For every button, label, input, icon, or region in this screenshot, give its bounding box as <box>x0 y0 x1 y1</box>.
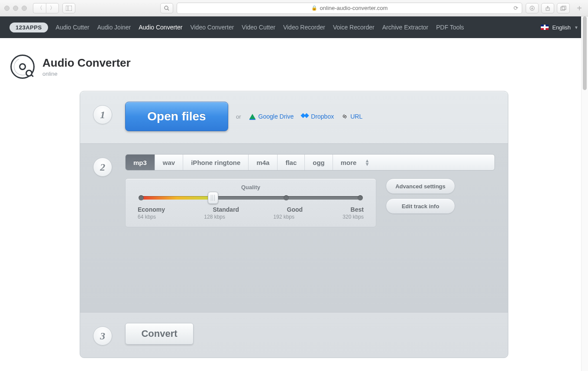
nav-pdf-tools[interactable]: PDF Tools <box>436 24 464 31</box>
google-drive-label: Google Drive <box>258 113 294 120</box>
browser-chrome: 〈 〉 🔒 online-audio-converter.com ⟳ + <box>0 0 588 16</box>
share-icon <box>545 6 550 11</box>
format-m4a[interactable]: m4a <box>249 155 278 170</box>
dropbox-label: Dropbox <box>311 113 334 120</box>
open-files-button[interactable]: Open files <box>125 102 228 131</box>
page-subtitle: online <box>42 71 131 77</box>
advanced-settings-button[interactable]: Advanced settings <box>386 178 455 194</box>
page-header: Audio Converter online <box>0 38 588 91</box>
format-more[interactable]: more ▴▾ <box>333 155 374 170</box>
step-number-1: 1 <box>93 105 112 124</box>
site-nav: 123APPS Audio Cutter Audio Joiner Audio … <box>0 16 588 38</box>
share-button[interactable] <box>541 3 554 13</box>
step-number-2: 2 <box>93 158 112 177</box>
sort-arrows-icon: ▴▾ <box>366 159 368 166</box>
url-label: URL <box>350 113 362 120</box>
maximize-window-icon[interactable] <box>22 6 27 11</box>
dropbox-link[interactable]: Dropbox <box>301 113 334 120</box>
format-mp3[interactable]: mp3 <box>126 155 155 170</box>
quality-slider[interactable] <box>140 193 361 202</box>
scrollbar-thumb[interactable] <box>583 16 587 90</box>
dropbox-icon <box>301 113 308 119</box>
new-tab-button[interactable]: + <box>575 4 584 13</box>
step-1: 1 Open files or Google Drive Dropbox URL <box>80 91 508 144</box>
main-card: 1 Open files or Google Drive Dropbox URL… <box>80 91 508 358</box>
format-ogg[interactable]: ogg <box>305 155 333 170</box>
nav-video-recorder[interactable]: Video Recorder <box>283 24 325 31</box>
step-2: 2 mp3 wav iPhone ringtone m4a flac ogg m… <box>80 144 508 313</box>
page-title: Audio Converter <box>42 56 131 70</box>
flag-uk-icon <box>541 25 549 30</box>
minimize-window-icon[interactable] <box>13 6 18 11</box>
slider-tick-best <box>358 195 363 200</box>
tabs-icon <box>560 6 566 11</box>
forward-button[interactable]: 〉 <box>46 3 59 13</box>
scrollbar[interactable] <box>581 16 588 371</box>
edit-track-info-button[interactable]: Edit track info <box>386 198 455 214</box>
quality-panel: Quality Economy Standard Good <box>125 178 376 227</box>
slider-fill <box>140 196 213 200</box>
back-button[interactable]: 〈 <box>33 3 46 13</box>
or-label: or <box>236 113 241 120</box>
format-wav[interactable]: wav <box>155 155 183 170</box>
quality-sublabels: 64 kbps 128 kbps 192 kbps 320 kbps <box>138 214 364 220</box>
quality-standard-kbps: 128 kbps <box>204 214 225 220</box>
close-window-icon[interactable] <box>4 6 10 11</box>
slider-handle[interactable] <box>208 192 218 204</box>
reload-button[interactable]: ⟳ <box>514 5 518 11</box>
format-more-label: more <box>341 159 357 166</box>
chevron-down-icon: ▼ <box>574 25 578 30</box>
nav-video-converter[interactable]: Video Converter <box>190 24 234 31</box>
quality-economy-kbps: 64 kbps <box>138 214 156 220</box>
nav-audio-cutter[interactable]: Audio Cutter <box>56 24 90 31</box>
language-label: English <box>552 24 571 31</box>
site-logo[interactable]: 123APPS <box>10 23 48 32</box>
google-drive-icon <box>249 114 255 119</box>
format-tabs: mp3 wav iPhone ringtone m4a flac ogg mor… <box>125 154 495 171</box>
nav-archive-extractor[interactable]: Archive Extractor <box>382 24 429 31</box>
google-drive-link[interactable]: Google Drive <box>249 113 294 120</box>
quality-best-label: Best <box>351 206 364 213</box>
quality-good-label: Good <box>287 206 303 213</box>
address-bar[interactable]: 🔒 online-audio-converter.com ⟳ <box>177 3 522 14</box>
quality-economy-label: Economy <box>138 206 165 213</box>
language-selector[interactable]: English ▼ <box>541 24 578 31</box>
nav-audio-converter[interactable]: Audio Converter <box>139 24 182 31</box>
search-icon <box>164 6 169 11</box>
search-button[interactable] <box>160 3 173 13</box>
svg-point-2 <box>165 6 168 10</box>
quality-title: Quality <box>138 184 364 190</box>
link-icon <box>342 113 348 119</box>
quality-standard-label: Standard <box>213 206 239 213</box>
slider-tick-good <box>284 195 289 200</box>
sidebar-toggle-button[interactable] <box>62 3 75 13</box>
format-flac[interactable]: flac <box>278 155 305 170</box>
nav-video-cutter[interactable]: Video Cutter <box>242 24 275 31</box>
step-3: 3 Convert <box>80 313 508 358</box>
quality-good-kbps: 192 kbps <box>273 214 294 220</box>
svg-rect-0 <box>66 6 72 11</box>
disc-search-icon <box>10 55 35 79</box>
quality-labels: Economy Standard Good Best <box>138 206 364 213</box>
slider-tick-economy <box>139 195 144 200</box>
step-number-3: 3 <box>93 326 112 345</box>
url-link[interactable]: URL <box>342 113 362 120</box>
svg-rect-7 <box>562 6 566 10</box>
convert-button[interactable]: Convert <box>125 323 194 345</box>
quality-best-kbps: 320 kbps <box>342 214 364 220</box>
window-controls <box>4 6 27 11</box>
tabs-button[interactable] <box>557 3 570 13</box>
downloads-button[interactable] <box>526 3 539 13</box>
download-icon <box>530 6 535 11</box>
url-host: online-audio-converter.com <box>320 5 388 11</box>
format-iphone-ringtone[interactable]: iPhone ringtone <box>183 155 249 170</box>
nav-audio-joiner[interactable]: Audio Joiner <box>97 24 131 31</box>
svg-line-3 <box>168 9 169 10</box>
sidebar-icon <box>66 6 72 11</box>
lock-icon: 🔒 <box>311 5 317 11</box>
nav-voice-recorder[interactable]: Voice Recorder <box>333 24 375 31</box>
nav-back-forward: 〈 〉 <box>33 3 59 13</box>
svg-rect-6 <box>561 7 565 10</box>
